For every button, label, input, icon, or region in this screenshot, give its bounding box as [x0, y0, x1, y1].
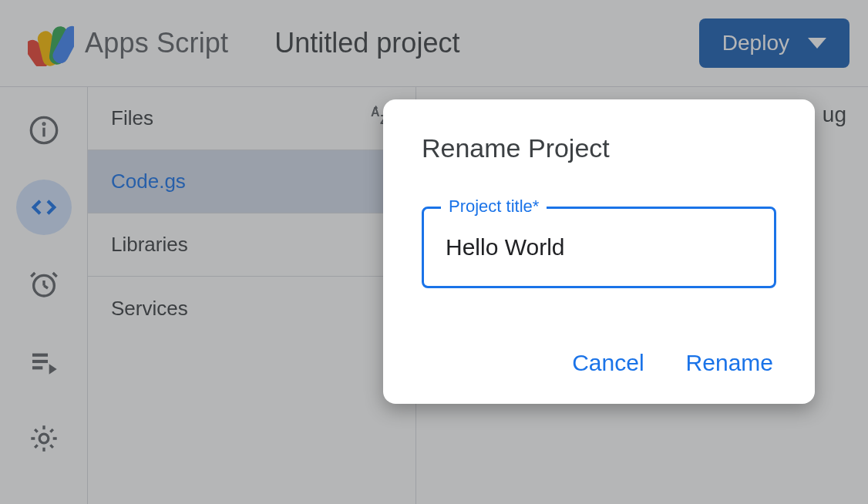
dialog-actions: Cancel Rename [422, 344, 776, 382]
cancel-button[interactable]: Cancel [569, 344, 647, 382]
project-title-label: Project title* [441, 197, 547, 217]
project-title-field: Project title* [422, 207, 776, 288]
rename-button[interactable]: Rename [683, 344, 776, 382]
dialog-title: Rename Project [422, 133, 776, 163]
project-title-input[interactable] [446, 234, 752, 260]
rename-project-dialog: Rename Project Project title* Cancel Ren… [383, 99, 815, 404]
